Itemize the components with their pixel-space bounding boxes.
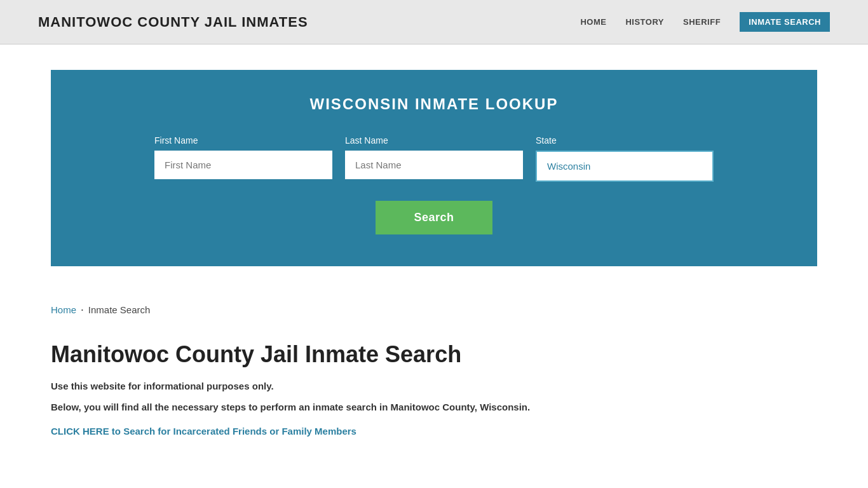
- state-field: State: [536, 135, 714, 182]
- first-name-input[interactable]: [154, 151, 332, 179]
- cta-search-link[interactable]: CLICK HERE to Search for Incarcerated Fr…: [51, 426, 356, 437]
- first-name-field: First Name: [154, 135, 332, 182]
- site-title: MANITOWOC COUNTY JAIL INMATES: [38, 14, 308, 30]
- page-title: Manitowoc County Jail Inmate Search: [51, 341, 817, 368]
- state-input[interactable]: [536, 151, 714, 182]
- nav-sheriff[interactable]: SHERIFF: [683, 17, 721, 27]
- last-name-field: Last Name: [345, 135, 523, 182]
- search-banner: WISCONSIN INMATE LOOKUP First Name Last …: [51, 70, 817, 266]
- main-content: Manitowoc County Jail Inmate Search Use …: [0, 328, 868, 463]
- last-name-input[interactable]: [345, 151, 523, 179]
- breadcrumb: Home • Inmate Search: [0, 292, 868, 328]
- info-line-2: Below, you will find all the necessary s…: [51, 400, 817, 415]
- nav-home[interactable]: HOME: [580, 17, 606, 27]
- nav-history[interactable]: HISTORY: [625, 17, 664, 27]
- breadcrumb-separator: •: [81, 307, 83, 313]
- search-button-wrap: Search: [89, 201, 779, 234]
- breadcrumb-home-link[interactable]: Home: [51, 304, 76, 315]
- nav-inmate-search[interactable]: INMATE SEARCH: [740, 12, 830, 32]
- first-name-label: First Name: [154, 135, 332, 146]
- state-label: State: [536, 135, 714, 146]
- info-line-1: Use this website for informational purpo…: [51, 379, 817, 394]
- search-form-row: First Name Last Name State: [89, 135, 779, 182]
- breadcrumb-current-page: Inmate Search: [88, 304, 151, 315]
- site-header: MANITOWOC COUNTY JAIL INMATES HOME HISTO…: [0, 0, 868, 44]
- search-button[interactable]: Search: [376, 201, 492, 234]
- main-nav: HOME HISTORY SHERIFF INMATE SEARCH: [580, 12, 830, 32]
- last-name-label: Last Name: [345, 135, 523, 146]
- banner-title: WISCONSIN INMATE LOOKUP: [89, 95, 779, 113]
